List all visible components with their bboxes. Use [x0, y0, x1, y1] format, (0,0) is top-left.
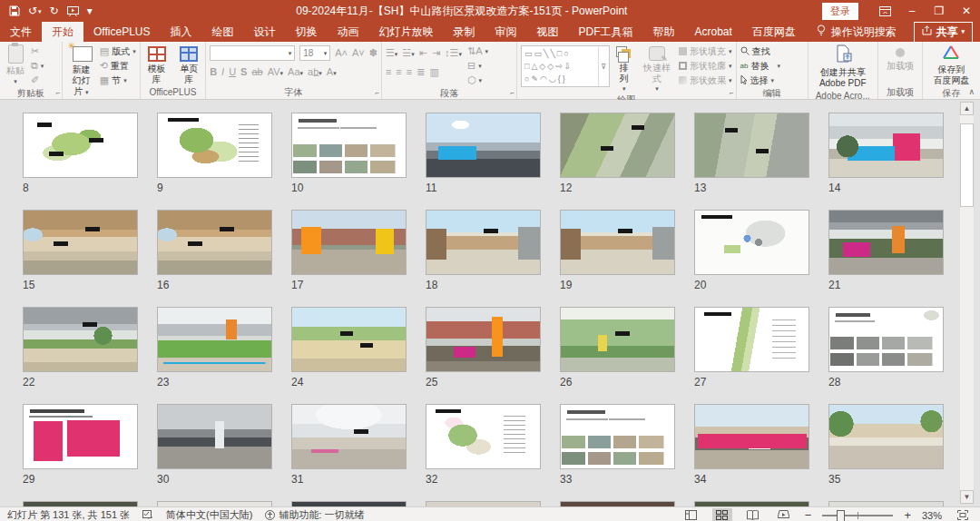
justify-button[interactable]: ≣ — [416, 67, 425, 77]
single-page-library-button[interactable]: 单页库 — [176, 44, 201, 85]
tab-视图[interactable]: 视图 — [526, 22, 568, 42]
zoom-slider-handle[interactable] — [837, 510, 845, 521]
slide-thumbnail-22[interactable] — [23, 307, 138, 372]
layout-button[interactable]: ▤版式▾ — [100, 44, 136, 58]
slide-thumbnail-27[interactable] — [694, 307, 809, 372]
slide-counter[interactable]: 幻灯片 第 131 张, 共 151 张 — [7, 508, 130, 521]
restore-button[interactable]: ❐ — [926, 0, 953, 22]
reset-button[interactable]: ⟲重置 — [100, 59, 136, 73]
paragraph-dialog-launcher[interactable]: ⌐ — [510, 90, 514, 97]
collapse-ribbon-icon[interactable]: ∧ — [968, 87, 975, 96]
section-button[interactable]: ▦节▾ — [100, 74, 136, 87]
slide-thumbnail-partial-3[interactable] — [291, 501, 407, 506]
slide-thumbnail-24[interactable] — [291, 307, 407, 372]
accessibility-status[interactable]: 辅助功能: 一切就绪 — [265, 508, 364, 521]
tab-审阅[interactable]: 审阅 — [485, 22, 526, 42]
text-shadow-button[interactable]: S — [240, 67, 247, 77]
slide-thumbnail-20[interactable] — [694, 210, 809, 275]
tab-帮助[interactable]: 帮助 — [642, 22, 684, 42]
clipboard-dialog-launcher[interactable]: ⌐ — [55, 90, 60, 97]
change-case-button[interactable]: Aa▾ — [288, 67, 303, 77]
slide-thumbnail-16[interactable] — [157, 210, 272, 275]
slide-thumbnail-8[interactable] — [23, 113, 138, 178]
slide-thumbnail-28[interactable] — [828, 307, 944, 372]
template-library-button[interactable]: 模板库 — [144, 44, 170, 85]
redo-button[interactable]: ↻ — [50, 5, 59, 16]
tab-PDF工具箱[interactable]: PDF工具箱 — [568, 22, 642, 42]
slide-thumbnail-partial-4[interactable] — [426, 501, 541, 506]
scroll-up-icon[interactable]: ▲ — [960, 102, 974, 115]
zoom-slider[interactable] — [822, 515, 893, 516]
strikethrough-button[interactable]: ab — [251, 67, 262, 77]
slide-thumbnail-21[interactable] — [828, 210, 944, 275]
format-painter-button[interactable]: ✐ — [31, 74, 44, 87]
font-dialog-launcher[interactable]: ⌐ — [375, 90, 379, 97]
minimize-button[interactable]: – — [898, 0, 926, 22]
share-button[interactable]: 共享 ▾ — [914, 22, 973, 43]
slide-thumbnail-33[interactable] — [560, 404, 675, 469]
align-left-button[interactable]: ≡ — [386, 67, 391, 77]
shape-outline-button[interactable]: 形状轮廓▾ — [679, 59, 732, 73]
tab-OfficePLUS[interactable]: OfficePLUS — [83, 22, 160, 42]
tab-动画[interactable]: 动画 — [327, 22, 368, 42]
slide-thumbnail-12[interactable] — [560, 113, 675, 178]
slide-thumbnail-23[interactable] — [157, 307, 272, 372]
create-share-adobe-pdf-button[interactable]: 创建并共享Adobe PDF — [817, 44, 869, 90]
start-slideshow-icon[interactable] — [67, 6, 79, 16]
slide-thumbnail-13[interactable] — [694, 113, 809, 178]
undo-button[interactable]: ↺▾ — [28, 5, 42, 16]
paste-button[interactable]: 粘贴 ▾ — [4, 44, 27, 86]
font-color-button[interactable]: A▾ — [327, 67, 337, 77]
spellcheck-status[interactable] — [142, 510, 153, 520]
underline-button[interactable]: U — [229, 67, 236, 77]
zoom-in-button[interactable]: + — [904, 509, 911, 521]
find-button[interactable]: 查找 — [740, 44, 804, 58]
increase-font-icon[interactable]: A˄ — [335, 48, 348, 58]
reading-view-button[interactable] — [743, 508, 763, 521]
bold-button[interactable]: B — [210, 67, 217, 77]
slide-thumbnail-29[interactable] — [23, 404, 138, 469]
font-name-combo[interactable]: ▾ — [210, 45, 295, 61]
character-spacing-button[interactable]: AV▾ — [268, 67, 283, 77]
tab-百度网盘[interactable]: 百度网盘 — [742, 22, 806, 42]
addins-button[interactable]: 加载项 — [884, 44, 916, 73]
vertical-scrollbar[interactable]: ▲ ▼ — [959, 101, 975, 505]
convert-smartart-button[interactable]: ⬡▾ — [467, 74, 488, 87]
shape-fill-button[interactable]: 形状填充▾ — [679, 44, 732, 58]
tab-绘图[interactable]: 绘图 — [201, 22, 243, 42]
zoom-out-button[interactable]: − — [805, 509, 812, 521]
decrease-font-icon[interactable]: A˅ — [352, 48, 365, 58]
save-to-baidu-netdisk-button[interactable]: 保存到百度网盘 — [930, 44, 972, 87]
select-button[interactable]: 选择▾ — [740, 74, 804, 87]
arrange-button[interactable]: 排列 ▾ — [613, 44, 635, 93]
slide-thumbnail-15[interactable] — [23, 210, 138, 275]
shapes-gallery[interactable]: ▭▭╲╲□○ □△◇◇⇨⇩ ○✎◠◡{} ⊽ — [521, 45, 610, 87]
slide-thumbnail-34[interactable] — [694, 404, 809, 469]
slide-thumbnail-35[interactable] — [828, 404, 944, 469]
customize-qat-button[interactable]: ▾ — [87, 5, 93, 16]
slide-thumbnail-14[interactable] — [828, 113, 944, 178]
columns-button[interactable]: ▥ — [429, 67, 438, 77]
slide-thumbnail-partial-7[interactable] — [828, 501, 944, 506]
slide-thumbnail-26[interactable] — [560, 307, 675, 372]
drawing-dialog-launcher[interactable]: ⌐ — [730, 90, 734, 97]
tab-Acrobat[interactable]: Acrobat — [684, 22, 741, 42]
slide-thumbnail-30[interactable] — [157, 404, 272, 469]
numbering-button[interactable]: ☱▾ — [402, 48, 414, 58]
tell-me-search[interactable]: 操作说明搜索 — [806, 22, 907, 42]
slide-thumbnail-19[interactable] — [560, 210, 675, 275]
shapes-gallery-more-icon[interactable]: ⊽ — [598, 46, 609, 86]
italic-button[interactable]: I — [221, 67, 224, 77]
text-direction-button[interactable]: ⇅A▾ — [467, 44, 488, 58]
shape-effects-button[interactable]: 形状效果▾ — [679, 74, 732, 87]
align-text-button[interactable]: ⊟▾ — [467, 59, 488, 73]
scroll-down-icon[interactable]: ▼ — [960, 490, 974, 504]
slide-thumbnail-partial-2[interactable] — [157, 501, 272, 506]
align-center-button[interactable]: ≡ — [396, 67, 401, 77]
slide-thumbnail-partial-1[interactable] — [23, 501, 138, 506]
fit-to-window-button[interactable] — [953, 508, 973, 521]
cut-button[interactable]: ✂ — [31, 44, 44, 58]
slide-sorter-view-button[interactable] — [712, 508, 732, 521]
slideshow-view-button[interactable] — [774, 508, 794, 521]
language-status[interactable]: 简体中文(中国大陆) — [166, 508, 252, 521]
